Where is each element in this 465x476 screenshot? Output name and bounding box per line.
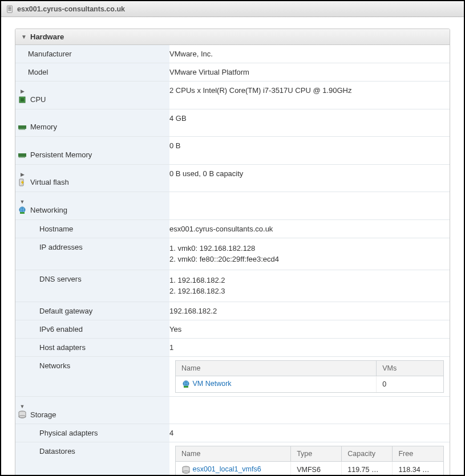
value-ipaddresses: 1. vmk0: 192.168.182.128 2. vmk0: fe80::… [169, 238, 450, 270]
svg-rect-9 [21, 129, 22, 130]
label-gateway: Default gateway [39, 307, 92, 315]
network-link[interactable]: VM Network [192, 380, 231, 388]
value-storage [169, 396, 450, 424]
storage-icon [18, 410, 27, 420]
label-model: Model [28, 68, 48, 76]
datastore-type: VMFS6 [291, 462, 342, 475]
row-gateway: Default gateway 192.168.182.2 [15, 302, 450, 320]
memory-icon [18, 123, 27, 132]
svg-rect-19 [25, 157, 25, 158]
host-icon [6, 5, 14, 14]
value-gateway: 192.168.182.2 [169, 302, 450, 320]
datastore-capacity: 119.75 … [342, 462, 393, 475]
networks-col-vms[interactable]: VMs [377, 361, 443, 376]
value-physadapters: 4 [169, 424, 450, 442]
ds-col-capacity[interactable]: Capacity [342, 446, 393, 462]
caret-down-icon: ▼ [19, 199, 26, 205]
svg-rect-17 [22, 157, 23, 158]
label-networking: Networking [30, 206, 67, 214]
value-ipv6: Yes [169, 320, 450, 338]
value-dns: 1. 192.168.182.2 2. 192.168.182.3 [169, 270, 450, 302]
hardware-panel-title: Hardware [30, 32, 64, 41]
dns-line-1: 1. 192.168.182.2 [169, 275, 444, 286]
hardware-table: Manufacturer VMware, Inc. Model VMware V… [15, 45, 450, 475]
svg-rect-14 [19, 157, 19, 158]
svg-rect-8 [20, 129, 21, 130]
svg-rect-3 [8, 9, 11, 10]
row-cpu[interactable]: ▶ CPU 2 CPUs x Intel(R) Core(TM) i7-3517… [15, 82, 450, 109]
svg-rect-5 [21, 98, 24, 101]
window-title: esx001.cyrus-consultants.co.uk [17, 5, 125, 13]
label-cpu: CPU [30, 95, 46, 104]
value-manufacturer: VMware, Inc. [169, 45, 450, 63]
portgroup-icon [181, 380, 191, 388]
ip-line-2: 2. vmk0: fe80::20c:29ff:fee3:ecd4 [169, 254, 444, 265]
networks-table: Name VMs VM Network 0 [175, 360, 444, 393]
label-ipv6: IPv6 enabled [39, 325, 83, 333]
label-ipaddresses: IP addresses [39, 243, 83, 251]
row-networks: Networks Name VMs [15, 356, 450, 396]
svg-rect-16 [21, 157, 22, 158]
svg-rect-11 [23, 129, 24, 130]
value-memory: 4 GB [169, 109, 450, 137]
label-hostname: Hostname [39, 225, 73, 233]
ds-col-name[interactable]: Name [176, 446, 291, 462]
svg-rect-15 [20, 157, 21, 158]
caret-right-icon: ▶ [19, 88, 26, 94]
ds-col-free[interactable]: Free [393, 446, 443, 462]
svg-rect-1 [8, 6, 11, 7]
row-hostadapters: Host adapters 1 [15, 338, 450, 356]
datastore-free: 118.34 … [393, 462, 443, 475]
label-datastores: Datastores [39, 447, 75, 455]
row-physadapters: Physical adapters 4 [15, 424, 450, 442]
ip-line-1: 1. vmk0: 192.168.182.128 [169, 243, 444, 254]
network-icon [18, 205, 27, 215]
networks-col-name[interactable]: Name [176, 361, 377, 376]
row-pmem: Persistent Memory 0 B [15, 137, 450, 165]
value-vflash: 0 B used, 0 B capacity [169, 164, 450, 192]
caret-down-icon: ▼ [19, 404, 26, 409]
titlebar: esx001.cyrus-consultants.co.uk [1, 1, 464, 17]
label-storage: Storage [30, 410, 56, 419]
row-dns: DNS servers 1. 192.168.182.2 2. 192.168.… [15, 270, 450, 302]
networks-row[interactable]: VM Network 0 [176, 376, 443, 392]
label-physadapters: Physical adapters [39, 429, 98, 437]
svg-rect-2 [8, 8, 11, 9]
datastore-row[interactable]: esx001_local1_vmfs6 VMFS6 119.75 … 118.3… [176, 462, 443, 475]
label-vflash: Virtual flash [30, 178, 69, 186]
svg-rect-6 [18, 125, 26, 129]
row-model: Model VMware Virtual Platform [15, 63, 450, 82]
row-vflash[interactable]: ▶ Virtual flash 0 B used, 0 B capacity [15, 164, 450, 192]
caret-right-icon: ▶ [19, 172, 26, 177]
hardware-panel-header[interactable]: ▼ Hardware [15, 29, 450, 45]
hardware-panel: ▼ Hardware Manufacturer VMware, Inc. Mod… [15, 29, 450, 475]
value-hostname: esx001.cyrus-consultants.co.uk [169, 219, 450, 238]
label-memory: Memory [30, 123, 57, 131]
label-hostadapters: Host adapters [39, 343, 86, 352]
svg-rect-24 [184, 386, 188, 388]
label-dns: DNS servers [39, 275, 82, 283]
network-vms: 0 [377, 376, 443, 392]
row-networking[interactable]: ▼ Networking [15, 192, 450, 220]
svg-rect-22 [20, 212, 25, 214]
datastore-icon [181, 466, 191, 474]
value-pmem: 0 B [169, 137, 450, 165]
row-storage[interactable]: ▼ Storage [15, 396, 450, 424]
svg-rect-10 [22, 129, 23, 130]
datastore-link[interactable]: esx001_local1_vmfs6 [192, 466, 261, 474]
ds-col-type[interactable]: Type [291, 446, 342, 462]
value-hostadapters: 1 [169, 338, 450, 356]
value-model: VMware Virtual Platform [169, 63, 450, 82]
datastores-table: Name Type Capacity Free esx001_local1_vm… [175, 446, 444, 475]
value-networking [169, 192, 450, 220]
cpu-icon [18, 95, 27, 104]
label-pmem: Persistent Memory [30, 150, 92, 159]
row-datastores: Datastores Name Type Capacity Free [15, 442, 450, 475]
value-cpu: 2 CPUs x Intel(R) Core(TM) i7-3517U CPU … [169, 82, 450, 109]
svg-rect-13 [18, 153, 26, 157]
caret-down-icon: ▼ [21, 34, 27, 40]
row-hostname: Hostname esx001.cyrus-consultants.co.uk [15, 219, 450, 238]
label-networks: Networks [39, 361, 70, 370]
svg-rect-7 [19, 129, 19, 130]
svg-rect-12 [25, 129, 25, 130]
